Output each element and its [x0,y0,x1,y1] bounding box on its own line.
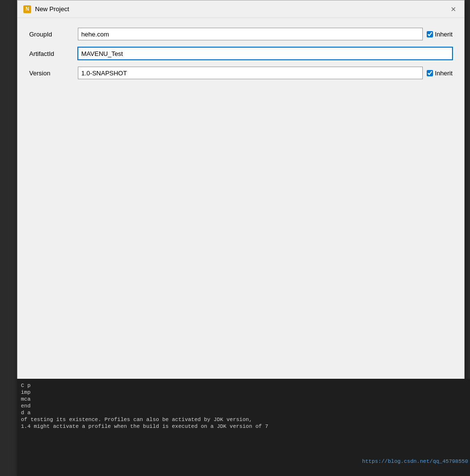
groupid-input[interactable] [78,28,423,40]
terminal-line-1: C p [21,383,466,388]
artifactid-label: ArtifactId [29,50,78,57]
groupid-inherit-checkbox[interactable] [427,31,433,37]
groupid-inherit-label: Inherit [435,31,452,38]
groupid-label: GroupId [29,31,78,38]
version-inherit-checkbox[interactable] [427,70,433,76]
terminal-line-4: mca [21,396,466,402]
dialog-title: New Project [35,5,69,13]
status-url: https://blog.csdn.net/qq_45798550 [360,458,470,465]
dialog-titlebar: N New Project ✕ [18,0,464,18]
terminal-line-7: d a [21,410,466,416]
groupid-inherit-container: Inherit [427,31,452,38]
version-row: Version Inherit [29,67,452,79]
terminal-line-8: of testing its existence. Profiles can a… [21,417,466,423]
version-input[interactable] [78,67,423,79]
artifactid-input[interactable] [78,47,452,60]
close-button[interactable]: ✕ [449,4,458,14]
dialog-title-left: N New Project [23,5,69,13]
terminal-line-5: end [21,403,466,409]
new-project-icon: N [23,5,31,13]
ide-sidebar [0,0,17,476]
terminal-line-9: 1.4 might activate a profile when the bu… [21,423,466,429]
artifactid-row: ArtifactId [29,47,452,60]
version-inherit-container: Inherit [427,70,452,77]
version-label: Version [29,70,78,77]
groupid-row: GroupId Inherit [29,28,452,40]
version-inherit-label: Inherit [435,70,452,77]
terminal-line-3: imp [21,389,466,395]
